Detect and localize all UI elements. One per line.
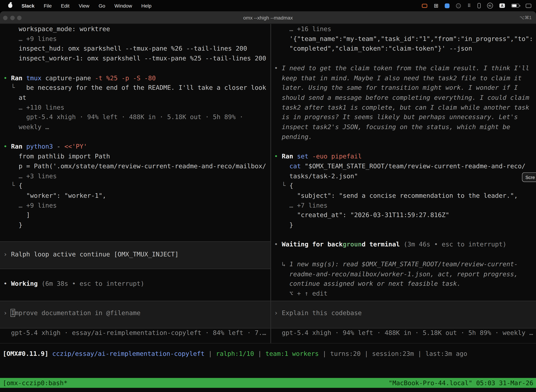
- screenshot-tooltip[interactable]: Scre: [522, 173, 536, 182]
- menu-item-view[interactable]: View: [79, 3, 90, 9]
- terminal-line: … +9 lines: [3, 201, 57, 210]
- terminal-line: ]: [3, 210, 30, 220]
- terminal-line: tasks/task-2.json": [274, 171, 358, 181]
- keyboard-layout-icon[interactable]: A: [499, 3, 505, 8]
- app-grid-icon[interactable]: ⠿: [467, 3, 471, 8]
- terminal-line: … +16 lines: [274, 24, 331, 34]
- window-title: omx --xhigh --madmax: [0, 11, 536, 24]
- terminal-line: • Working (6m 38s • esc to interrupt): [3, 279, 144, 289]
- terminal-line: └ {: [274, 181, 293, 191]
- terminal-line: "subject": "send a concise recommendatio…: [274, 191, 518, 201]
- window-tiles-icon[interactable]: ⊞: [434, 2, 438, 9]
- terminal-line: continue assigned work or next feasible …: [274, 279, 461, 289]
- terminal-line: p = Path('.omx/state/team/review-current…: [3, 161, 266, 171]
- desktop: Slack FileEditViewGoWindowHelp ⊞⠿61A omx…: [0, 0, 536, 392]
- terminal-line: is in progress? It seems likely but perh…: [274, 112, 518, 122]
- terminal-line: • I need to get the claim token from the…: [274, 63, 529, 73]
- terminal-line: "worker": "worker-1",: [3, 191, 106, 201]
- terminal-line: pending.: [274, 132, 312, 142]
- terminal-window: omx --xhigh --madmax ⌥⌘1 workspace_mode:…: [0, 11, 536, 392]
- window-shortcut-hint: ⌥⌘1: [519, 11, 531, 24]
- menu-item-edit[interactable]: Edit: [61, 3, 70, 9]
- terminal-line: }: [3, 220, 22, 230]
- terminal-line: › Ralph loop active continue [OMX_TMUX_I…: [3, 250, 178, 259]
- terminal-line: keep that in mind. Maybe I also need the…: [274, 73, 522, 83]
- battery-percent-icon[interactable]: 61: [487, 3, 493, 9]
- battery-icon[interactable]: [511, 4, 519, 7]
- terminal-line: └ be necessary for the end of the README…: [3, 83, 266, 93]
- screen-recording-icon[interactable]: [422, 4, 427, 8]
- terminal-line: from pathlib import Path: [3, 152, 110, 161]
- menu-bar: Slack FileEditViewGoWindowHelp ⊞⠿61A: [0, 0, 536, 11]
- terminal-line: inspect task2's JSON, focusing on the st…: [274, 122, 510, 132]
- menu-item-go[interactable]: Go: [99, 3, 105, 9]
- tooltip-text: Scre: [526, 175, 535, 180]
- terminal-line: … +3 lines: [3, 171, 57, 181]
- terminal-line: • Waiting for background terminal (3m 46…: [274, 240, 507, 250]
- terminal-line: › Improve documentation in @filename: [3, 308, 140, 318]
- device-icon[interactable]: [478, 3, 481, 8]
- terminal-line: gpt-5.4 xhigh · 94% left · 488K in · 5.1…: [3, 112, 243, 122]
- menu-item-help[interactable]: Help: [141, 3, 152, 9]
- title-bar[interactable]: omx --xhigh --madmax ⌥⌘1: [0, 11, 536, 24]
- terminal-line: at: [3, 93, 26, 103]
- terminal-line: • Ran tmux capture-pane -t %25 -p -S -80: [3, 73, 156, 83]
- terminal-line: ↳ 1 new msg(s): read $OMX_TEAM_STATE_ROO…: [274, 259, 518, 269]
- terminal-line: workspace_mode: worktree: [3, 24, 110, 34]
- tmux-host-clock: "MacBook-Pro-44.local" 05:03 31-Mar-26: [389, 379, 533, 387]
- status-icons: ⊞⠿61A: [422, 2, 536, 9]
- terminal-line: later. Using the same for transition mig…: [274, 83, 518, 93]
- omx-status-line: [OMX#0.11.9] cczip/essay/ai-reimplementa…: [3, 349, 536, 359]
- terminal-line: › Explain this codebase: [274, 308, 362, 318]
- terminal-line: task2 after task1 is complete, but can I…: [274, 103, 529, 112]
- apple-menu-icon[interactable]: [8, 3, 12, 8]
- app-circle-icon[interactable]: [456, 3, 461, 8]
- menu-item-window[interactable]: Window: [115, 3, 132, 9]
- pane-bottom-separator: [0, 343, 536, 344]
- terminal-line: … +9 lines: [3, 34, 57, 44]
- left-pane[interactable]: workspace_mode: worktree … +9 lines insp…: [0, 24, 270, 343]
- terminal-line: }: [274, 220, 293, 230]
- display-icon[interactable]: [526, 4, 531, 8]
- terminal-line: "created_at": "2026-03-31T11:59:27.816Z": [274, 210, 449, 220]
- terminal-line: inspect_hud: omx sparkshell --tmux-pane …: [3, 44, 247, 54]
- tmux-status-bar: [omx-cczip0:bash* "MacBook-Pro-44.local"…: [0, 378, 536, 388]
- terminal-line: gpt-5.4 xhigh · essay/ai-reimplementatio…: [3, 328, 266, 338]
- terminal-line: cat "$OMX_TEAM_STATE_ROOT/team/review-cu…: [274, 161, 526, 171]
- terminal-line: '{"team_name":"my-team","task_id":"1","f…: [274, 34, 533, 44]
- menu-bar-left: Slack FileEditViewGoWindowHelp: [0, 3, 152, 9]
- terminal-line: … +7 lines: [274, 201, 327, 210]
- terminal-line: should send a message before completing …: [274, 93, 529, 103]
- terminal-line: "completed","claim_token":"claim-token"}…: [274, 44, 472, 54]
- terminal-line: readme-and-reco/mailbox/worker-1.json, a…: [274, 269, 518, 279]
- terminal-content: workspace_mode: worktree … +9 lines insp…: [0, 24, 536, 392]
- raycast-icon[interactable]: [445, 3, 450, 8]
- terminal-line: └ {: [3, 181, 22, 191]
- terminal-line: • Ran set -euo pipefail: [274, 152, 362, 161]
- right-pane[interactable]: … +16 lines '{"team_name":"my-team","tas…: [271, 24, 536, 343]
- terminal-line: • Ran python3 - <<'PY': [3, 142, 87, 152]
- terminal-line: gpt-5.4 xhigh · 94% left · 488K in · 5.1…: [274, 328, 533, 338]
- terminal-line: ⌥ + ↑ edit: [274, 289, 327, 299]
- menu-item-file[interactable]: File: [44, 3, 52, 9]
- tmux-session-label: [omx-cczip0:bash*: [3, 379, 67, 387]
- app-menu-slack[interactable]: Slack: [21, 3, 34, 9]
- terminal-line: … +110 lines: [3, 103, 64, 112]
- terminal-line: weekly …: [3, 122, 49, 132]
- terminal-line: inspect_worker-1: omx sparkshell --tmux-…: [3, 54, 266, 63]
